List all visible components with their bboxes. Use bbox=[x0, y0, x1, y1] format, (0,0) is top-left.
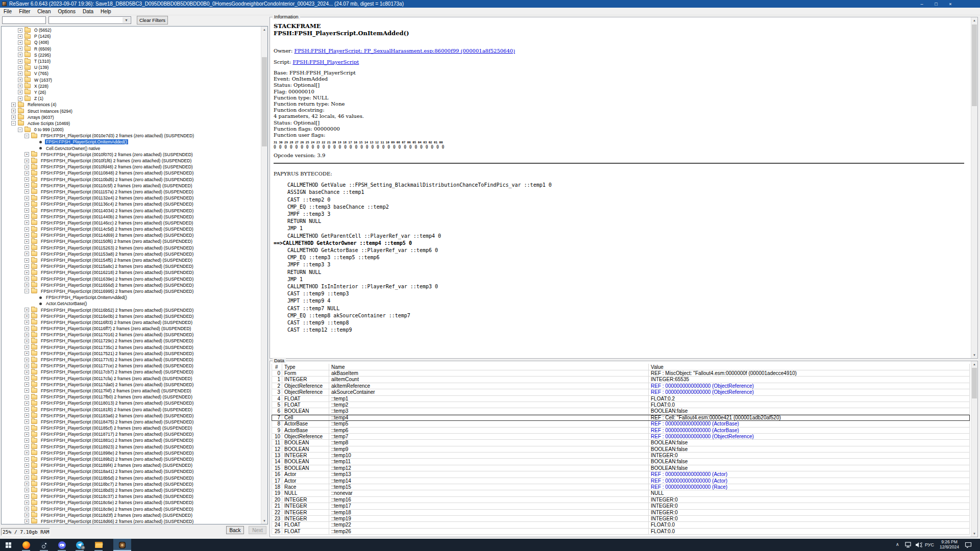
cell-value-ref-link[interactable]: REF : 0000000000000000 (ActorBase) bbox=[649, 421, 970, 427]
tree-item[interactable]: +FPSH:FPSH_PlayerScript (00115263) 2 fra… bbox=[2, 245, 260, 251]
expand-toggle-icon[interactable]: + bbox=[18, 34, 22, 39]
tree-item[interactable]: +FPSH:FPSH_PlayerScript (00117521) 2 fra… bbox=[2, 350, 260, 357]
tree-item[interactable]: +FPSH:FPSH_PlayerScript (00117016) 2 fra… bbox=[2, 332, 260, 338]
expand-toggle-icon[interactable]: + bbox=[24, 364, 29, 368]
table-row[interactable]: 0FormakBaseItemREF : MiscObject: "Fallou… bbox=[272, 370, 970, 377]
menu-filter[interactable]: Filter bbox=[15, 9, 34, 14]
expand-toggle-icon[interactable]: + bbox=[24, 165, 29, 169]
tree-item[interactable]: FPSH:FPSH_PlayerScript.OnItemAdded() bbox=[2, 294, 260, 300]
expand-toggle-icon[interactable]: + bbox=[24, 208, 29, 213]
filter-text-input[interactable] bbox=[2, 16, 46, 24]
tree-item[interactable]: +FPSH:FPSH_PlayerScript (00117fb0) 2 fra… bbox=[2, 394, 260, 400]
tree-item[interactable]: +FPSH:FPSH_PlayerScript (00114d69) 2 fra… bbox=[2, 232, 260, 238]
expand-toggle-icon[interactable]: + bbox=[24, 339, 29, 343]
tree-item[interactable]: +Z (1) bbox=[2, 95, 260, 102]
expand-toggle-icon[interactable]: + bbox=[24, 488, 29, 492]
cell-value-ref-link[interactable]: REF : 0000000000000000 (Actor) bbox=[649, 478, 970, 484]
expand-toggle-icon[interactable]: + bbox=[24, 320, 29, 324]
table-row[interactable]: 6BOOLEAN::temp3BOOLEAN:false bbox=[272, 408, 970, 414]
tree-item[interactable]: +FPSH:FPSH_PlayerScript (001146cc) 2 fra… bbox=[2, 220, 260, 226]
expand-toggle-icon[interactable]: + bbox=[24, 177, 29, 182]
tree-item[interactable]: +FPSH:FPSH_PlayerScript (00118717) 2 fra… bbox=[2, 431, 260, 437]
tree-item[interactable]: +FPSH:FPSH_PlayerScript (00114c5d) 2 fra… bbox=[2, 226, 260, 232]
tree-item[interactable]: −FPSH:FPSH_PlayerScript (00116995) 2 fra… bbox=[2, 288, 260, 294]
tree-item[interactable]: +FPSH:FPSH_PlayerScript (00118b5d) 2 fra… bbox=[2, 475, 260, 481]
volume-icon[interactable] bbox=[915, 542, 922, 548]
tree-item[interactable]: +X (228) bbox=[2, 83, 260, 89]
owner-link[interactable]: FPSH:FPSH_PlayerScript: FP_SexualHarassm… bbox=[294, 48, 515, 54]
table-row[interactable]: 19NULL::nonevarNULL bbox=[272, 490, 970, 496]
tree-item[interactable]: +FPSH:FPSH_PlayerScript (00116f03) 2 fra… bbox=[2, 319, 260, 325]
taskbar-discord[interactable] bbox=[54, 539, 69, 551]
cell-value-ref-link[interactable]: REF : 0000000000000000 (ObjectReference) bbox=[649, 389, 970, 395]
collapse-toggle-icon[interactable]: − bbox=[11, 121, 16, 126]
expand-toggle-icon[interactable]: + bbox=[24, 457, 29, 462]
tree-item[interactable]: +FPSH:FPSH_PlayerScript (001189b2) 2 fra… bbox=[2, 456, 260, 462]
scroll-up-icon[interactable]: ▲ bbox=[971, 17, 977, 23]
expand-toggle-icon[interactable]: + bbox=[18, 53, 22, 57]
expand-toggle-icon[interactable]: + bbox=[11, 103, 16, 107]
expand-toggle-icon[interactable]: + bbox=[24, 227, 29, 232]
tree-item[interactable]: Cell.GetActorOwner() native bbox=[2, 145, 260, 152]
tree-item[interactable]: +FPSH:FPSH_PlayerScript (00118d66) 2 fra… bbox=[2, 518, 260, 524]
expand-toggle-icon[interactable]: + bbox=[18, 40, 22, 45]
taskbar-steam[interactable] bbox=[36, 539, 52, 551]
table-row[interactable]: 15BOOLEAN::temp12BOOLEAN:false bbox=[272, 465, 970, 471]
table-row[interactable]: 22INTEGER::temp18INTEGER:0 bbox=[272, 510, 970, 516]
table-row[interactable]: 5FLOAT::temp2FLOAT:0.0 bbox=[272, 402, 970, 408]
expand-toggle-icon[interactable]: + bbox=[11, 115, 16, 119]
tree-item[interactable]: +U (139) bbox=[2, 64, 260, 70]
tree-item[interactable]: +FPSH:FPSH_PlayerScript (001181f0) 2 fra… bbox=[2, 406, 260, 412]
tree-item[interactable]: +W (1637) bbox=[2, 77, 260, 83]
taskbar-explorer[interactable] bbox=[91, 539, 106, 551]
expand-toggle-icon[interactable]: + bbox=[24, 159, 29, 163]
taskbar-firefox[interactable] bbox=[18, 539, 34, 551]
tree-item[interactable]: +Arrays (9037) bbox=[2, 114, 260, 120]
expand-toggle-icon[interactable]: + bbox=[24, 233, 29, 238]
tree-item[interactable]: +S (2295) bbox=[2, 52, 260, 58]
table-row[interactable]: 20INTEGER::temp16INTEGER:0 bbox=[272, 497, 970, 503]
collapse-toggle-icon[interactable]: − bbox=[18, 128, 22, 132]
table-row[interactable]: 24FLOAT::temp22FLOAT:0.0 bbox=[272, 522, 970, 528]
script-link[interactable]: FPSH:FPSH_PlayerScript bbox=[292, 59, 359, 65]
table-row[interactable]: 2ObjectReferenceakItemReferenceREF : 000… bbox=[272, 383, 970, 389]
table-row[interactable]: 1INTEGERaiItemCountINTEGER:65535 bbox=[272, 377, 970, 383]
table-row[interactable]: 13INTEGER::temp10INTEGER:0 bbox=[272, 453, 970, 459]
expand-toggle-icon[interactable]: + bbox=[24, 183, 29, 188]
tree-item[interactable]: +FPSH:FPSH_PlayerScript (001136c4) 2 fra… bbox=[2, 201, 260, 207]
tree-item[interactable]: +FPSH:FPSH_PlayerScript (001177ce) 2 fra… bbox=[2, 363, 260, 369]
tree-item[interactable]: +FPSH:FPSH_PlayerScript (00118c6e) 2 fra… bbox=[2, 499, 260, 506]
table-row[interactable]: 7Cell::temp4REF : Cell: "Fallout4.esm:00… bbox=[272, 415, 970, 421]
expand-toggle-icon[interactable]: + bbox=[24, 270, 29, 275]
clear-filters-button[interactable]: Clear Filters bbox=[137, 16, 168, 24]
expand-toggle-icon[interactable]: + bbox=[24, 438, 29, 443]
table-row[interactable]: 16Actor::temp13REF : 0000000000000000 (A… bbox=[272, 471, 970, 478]
tree-item[interactable]: +FPSH:FPSH_PlayerScript (0011157a) 2 fra… bbox=[2, 189, 260, 195]
tree-item[interactable]: +FPSH:FPSH_PlayerScript (001177c5) 2 fra… bbox=[2, 357, 260, 363]
keyboard-language[interactable]: РУС bbox=[925, 542, 934, 547]
tree-item[interactable]: +FPSH:FPSH_PlayerScript (00117cfa) 2 fra… bbox=[2, 375, 260, 382]
tree-item[interactable]: FPSH:FPSH_PlayerScript.OnItemAdded() bbox=[2, 139, 260, 145]
table-row[interactable]: 11BOOLEAN::temp8BOOLEAN:false bbox=[272, 440, 970, 446]
tree-item[interactable]: +FPSH:FPSH_PlayerScript (00117cb7) 2 fra… bbox=[2, 369, 260, 375]
tree-item[interactable]: +FPSH:FPSH_PlayerScript (00116ff7) 2 fra… bbox=[2, 325, 260, 332]
scroll-up-icon[interactable]: ▲ bbox=[971, 361, 977, 367]
expand-toggle-icon[interactable]: + bbox=[18, 84, 22, 88]
cell-value-ref-link[interactable]: REF : 0000000000000000 (Actor) bbox=[649, 471, 970, 478]
expand-toggle-icon[interactable]: + bbox=[24, 450, 29, 455]
tree-item[interactable]: +FPSH:FPSH_PlayerScript (0010f1f6) 2 fra… bbox=[2, 158, 260, 164]
tree-item[interactable]: +FPSH:FPSH_PlayerScript (00110bd5) 2 fra… bbox=[2, 177, 260, 183]
tree-vertical-scrollbar[interactable]: ▲ ▼ bbox=[261, 27, 267, 524]
tree-item[interactable]: +T (1310) bbox=[2, 58, 260, 64]
expand-toggle-icon[interactable]: + bbox=[24, 463, 29, 468]
tree-item[interactable]: +Struct Instances (6294) bbox=[2, 108, 260, 114]
tree-item[interactable]: +References (4) bbox=[2, 102, 260, 108]
expand-toggle-icon[interactable]: + bbox=[24, 189, 29, 194]
expand-toggle-icon[interactable]: + bbox=[24, 327, 29, 331]
tree-item[interactable]: +FPSH:FPSH_PlayerScript (0010fd48) 2 fra… bbox=[2, 164, 260, 170]
expand-toggle-icon[interactable]: + bbox=[18, 46, 22, 51]
tree-item[interactable]: +FPSH:FPSH_PlayerScript (00118d3f) 2 fra… bbox=[2, 512, 260, 518]
action-center-icon[interactable] bbox=[965, 542, 972, 548]
menu-help[interactable]: Help bbox=[97, 9, 115, 14]
expand-toggle-icon[interactable]: + bbox=[18, 78, 22, 82]
